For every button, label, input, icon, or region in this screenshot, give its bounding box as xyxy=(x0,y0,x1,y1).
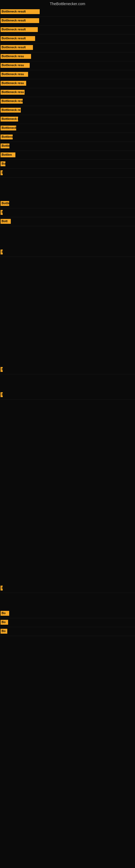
bottleneck-label-27: Bo xyxy=(1,611,9,616)
bottleneck-label-3: Bottleneck result xyxy=(1,27,38,32)
gap-2 xyxy=(0,226,135,248)
bottleneck-label-18: Bo xyxy=(1,161,5,166)
bottleneck-row-3: Bottleneck result xyxy=(0,26,135,34)
bottleneck-label-14: Bottleneck re xyxy=(1,126,16,130)
bottleneck-label-19: B xyxy=(1,170,3,175)
bottleneck-row-4: Bottleneck result xyxy=(0,34,135,43)
gap-3 xyxy=(0,400,135,421)
gap-sm-1 xyxy=(0,374,135,391)
bottleneck-row-13: Bottleneck re xyxy=(0,115,135,124)
bottleneck-row-25: B xyxy=(0,391,135,400)
bottleneck-row-17: Bottlen xyxy=(0,151,135,160)
bottleneck-label-11: Bottleneck resu xyxy=(1,99,23,104)
bottleneck-label-21: B xyxy=(1,210,3,215)
bottleneck-row-20: Bottle xyxy=(0,199,135,208)
bottleneck-row-19: B xyxy=(0,169,135,178)
bottleneck-row-6: Bottleneck resu xyxy=(0,52,135,61)
bottleneck-label-22: Bott xyxy=(1,219,11,224)
bottleneck-label-26: B xyxy=(1,586,3,590)
bottleneck-label-17: Bottlen xyxy=(1,152,15,157)
bottleneck-row-21: B xyxy=(0,208,135,217)
bottleneck-label-5: Bottleneck result xyxy=(1,45,33,50)
bottleneck-row-8: Bottleneck resu xyxy=(0,70,135,79)
bottleneck-label-28: Bo xyxy=(1,620,8,625)
bottleneck-row-14: Bottleneck re xyxy=(0,124,135,133)
bottleneck-row-10: Bottleneck resu xyxy=(0,88,135,97)
bottleneck-row-12: Bottleneck res xyxy=(0,106,135,115)
bottleneck-label-13: Bottleneck re xyxy=(1,117,18,122)
bottleneck-row-29: Bo xyxy=(0,627,135,636)
bottleneck-label-2: Bottleneck result xyxy=(1,18,39,23)
bottleneck-row-5: Bottleneck result xyxy=(0,43,135,52)
bottleneck-label-24: B xyxy=(1,367,3,372)
gap-1 xyxy=(0,178,135,199)
bottleneck-row-28: Bo xyxy=(0,618,135,627)
bottleneck-label-7: Bottleneck resu xyxy=(1,63,30,68)
bottleneck-row-11: Bottleneck resu xyxy=(0,97,135,106)
results-container: Bottleneck result Bottleneck result Bott… xyxy=(0,8,135,636)
bottleneck-label-9: Bottleneck resu xyxy=(1,81,26,86)
gap-large xyxy=(0,257,135,365)
bottleneck-row-23: B xyxy=(0,248,135,257)
bottleneck-label-1: Bottleneck result xyxy=(1,9,40,14)
bottleneck-label-10: Bottleneck resu xyxy=(1,90,25,95)
bottleneck-row-22: Bott xyxy=(0,217,135,226)
bottleneck-label-12: Bottleneck res xyxy=(1,108,21,113)
bottleneck-label-20: Bottle xyxy=(1,201,9,206)
bottleneck-row-27: Bo xyxy=(0,609,135,618)
site-title: TheBottlenecker.com xyxy=(0,0,135,8)
gap-sm-2 xyxy=(0,593,135,609)
bottleneck-row-1: Bottleneck result xyxy=(0,8,135,17)
bottleneck-label-4: Bottleneck result xyxy=(1,36,35,41)
bottleneck-row-9: Bottleneck resu xyxy=(0,79,135,88)
bottleneck-label-29: Bo xyxy=(1,629,7,633)
bottleneck-row-2: Bottleneck result xyxy=(0,17,135,26)
bottleneck-row-16: Bottleneck xyxy=(0,142,135,151)
bottleneck-label-8: Bottleneck resu xyxy=(1,72,28,77)
bottleneck-label-15: Bottleneck r xyxy=(1,134,13,140)
bottleneck-label-25: B xyxy=(1,392,3,397)
bottleneck-row-7: Bottleneck resu xyxy=(0,61,135,70)
bottleneck-row-26: B xyxy=(0,584,135,593)
bottleneck-row-18: Bo xyxy=(0,160,135,169)
bottleneck-label-16: Bottleneck xyxy=(1,144,9,148)
gap-xlarge xyxy=(0,421,135,584)
bottleneck-label-23: B xyxy=(1,250,3,254)
bottleneck-row-15: Bottleneck r xyxy=(0,133,135,142)
bottleneck-row-24: B xyxy=(0,365,135,374)
bottleneck-label-6: Bottleneck resu xyxy=(1,54,31,59)
